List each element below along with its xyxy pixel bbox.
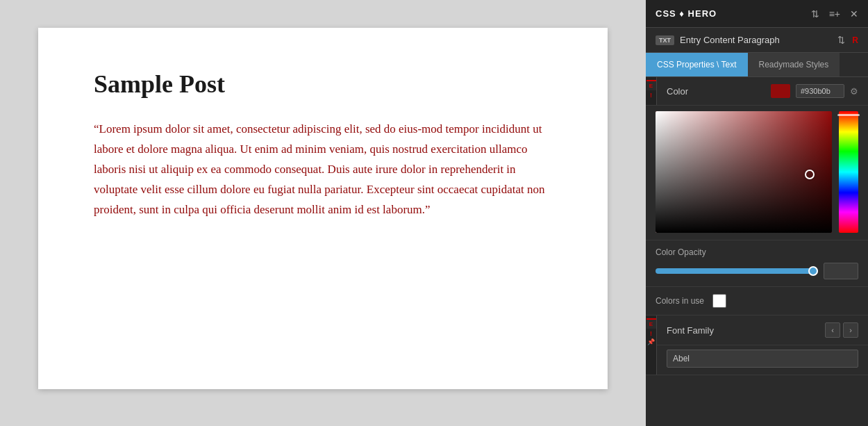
hue-bar[interactable] xyxy=(839,111,858,233)
txt-badge: TXT xyxy=(656,35,674,45)
close-icon[interactable]: ✕ xyxy=(850,8,858,19)
post-body: “Lorem ipsum dolor sit amet, consectetur… xyxy=(94,120,552,220)
r-badge: R xyxy=(852,35,858,45)
font-family-section: Font Family ‹ › Abel xyxy=(657,316,868,375)
color-picker-section xyxy=(646,106,868,240)
panel-body: E ! Color ⚙ xyxy=(646,77,868,426)
opacity-section: Color Opacity xyxy=(646,240,868,287)
element-title-bar: TXT Entry Content Paragraph ⇅ R xyxy=(646,28,868,53)
tabs-bar: CSS Properties \ Text Readymade Styles xyxy=(646,53,868,77)
font-family-label: Font Family xyxy=(667,325,714,336)
gear-icon[interactable]: ⚙ xyxy=(850,86,858,97)
color-picker-row xyxy=(656,111,858,233)
font-prev-button[interactable]: ‹ xyxy=(825,322,840,338)
exclamation-font: ! xyxy=(650,330,652,337)
font-family-header: Font Family ‹ › xyxy=(657,316,868,345)
picker-circle[interactable] xyxy=(805,170,815,179)
pin-font: 📌 xyxy=(647,338,655,345)
e-badge-font: E xyxy=(646,318,656,329)
opacity-slider-track[interactable] xyxy=(656,268,818,274)
color-row-right: ⚙ xyxy=(771,84,858,98)
color-swatch[interactable] xyxy=(771,84,790,98)
opacity-value-box xyxy=(824,263,858,279)
post-title: Sample Post xyxy=(94,69,552,99)
panel-header: CSS ♦ HERO ⇅ ≡+ ✕ xyxy=(646,0,868,28)
menu-icon[interactable]: ≡+ xyxy=(829,8,840,19)
tab-css-properties[interactable]: CSS Properties \ Text xyxy=(646,53,748,76)
filter-icon[interactable]: ⇅ xyxy=(811,8,819,19)
colors-in-use-label: Colors in use xyxy=(656,296,704,306)
color-hex-input[interactable] xyxy=(796,84,844,98)
content-card: Sample Post “Lorem ipsum dolor sit amet,… xyxy=(38,28,608,389)
font-nav-buttons: ‹ › xyxy=(825,322,858,338)
title-filter-icon[interactable]: ⇅ xyxy=(837,35,845,45)
exclamation-color: ! xyxy=(650,92,652,99)
hue-indicator xyxy=(837,114,860,116)
font-value-row: Abel xyxy=(657,345,868,375)
gradient-box[interactable] xyxy=(656,111,832,233)
opacity-slider-thumb[interactable] xyxy=(808,266,818,276)
tab-readymade-styles[interactable]: Readymade Styles xyxy=(748,53,840,76)
element-title-text: Entry Content Paragraph xyxy=(680,35,780,45)
brand-label: CSS ♦ HERO xyxy=(656,8,717,19)
main-content-area: Sample Post “Lorem ipsum dolor sit amet,… xyxy=(0,0,646,426)
element-title-right: ⇅ R xyxy=(837,35,858,45)
font-family-select[interactable]: Abel xyxy=(667,350,858,368)
color-label: Color xyxy=(667,86,688,97)
opacity-slider-row xyxy=(656,263,858,279)
font-next-button[interactable]: › xyxy=(843,322,858,338)
e-badge-color: E xyxy=(646,80,656,90)
header-icons: ⇅ ≡+ ✕ xyxy=(811,8,858,19)
colors-in-use-section: Colors in use xyxy=(646,287,868,316)
element-title-left: TXT Entry Content Paragraph xyxy=(656,35,780,45)
color-row: Color ⚙ xyxy=(657,77,868,105)
color-swatch-white[interactable] xyxy=(712,294,726,308)
right-panel: CSS ♦ HERO ⇅ ≡+ ✕ TXT Entry Content Para… xyxy=(646,0,868,426)
opacity-label: Color Opacity xyxy=(656,247,858,257)
